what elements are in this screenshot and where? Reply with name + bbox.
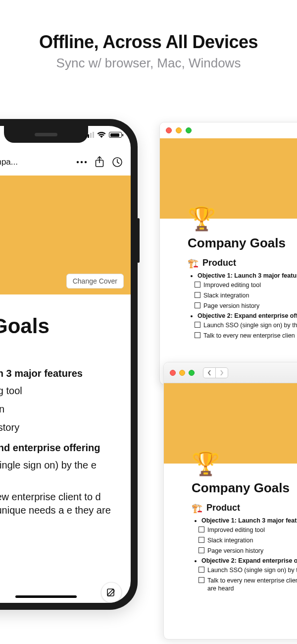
checklist-item-label: Launch SSO (single sign on) by th — [203, 321, 297, 330]
phone-notch — [4, 126, 88, 143]
phone-device-frame: 🏆 Compa... Change Cover y Goals aunch 3 … — [0, 119, 138, 610]
checklist-item[interactable]: Slack integration — [195, 292, 297, 300]
window-titlebar[interactable] — [164, 362, 297, 383]
checklist-item[interactable]: Talk to every new enterprise clien are h… — [198, 577, 297, 593]
checklist-item-label: Talk to every new enterprise clien — [203, 332, 295, 340]
nav-forward-button[interactable] — [215, 367, 228, 378]
svg-rect-3 — [93, 132, 94, 138]
phone-screen: 🏆 Compa... Change Cover y Goals aunch 3 … — [0, 126, 131, 603]
more-menu-button[interactable] — [75, 156, 88, 169]
change-cover-button[interactable]: Change Cover — [66, 274, 124, 289]
list-item[interactable]: ery new enterprise client to d their uni… — [0, 490, 118, 530]
section-heading-label: Product — [206, 503, 240, 513]
compose-icon — [106, 587, 116, 597]
checkbox-icon[interactable] — [198, 537, 204, 543]
page-cover[interactable]: Change Cover — [0, 176, 131, 294]
page-icon-trophy[interactable]: 🏆 — [188, 205, 215, 233]
svg-point-4 — [77, 161, 79, 163]
promo-subheadline: Sync w/ browser, Mac, Windows — [0, 56, 297, 71]
objective-2-heading: Objective 2: Expand enterprise offer — [198, 312, 297, 319]
window-close-button[interactable] — [170, 370, 176, 376]
window-maximize-button[interactable] — [189, 370, 195, 376]
checklist-item-label: Page version history — [203, 302, 259, 310]
window-minimize-button[interactable] — [179, 370, 185, 376]
list-item[interactable]: ion history — [0, 421, 118, 434]
checkbox-icon[interactable] — [195, 282, 200, 288]
checkbox-icon[interactable] — [198, 577, 204, 583]
svg-rect-0 — [85, 136, 87, 138]
checkbox-icon[interactable] — [198, 547, 204, 553]
section-heading-product: 🏗️ Product — [188, 258, 297, 268]
objective-2-heading: Objective 2: Expand enterprise offer — [201, 557, 297, 564]
checklist-item[interactable]: Improved editing tool — [198, 526, 297, 534]
checkbox-icon[interactable] — [195, 322, 200, 328]
checkbox-icon[interactable] — [198, 527, 204, 532]
page-cover[interactable] — [164, 383, 297, 464]
objective-1-heading: Objective 1: Launch 3 major features — [201, 517, 297, 524]
checklist-item[interactable]: Launch SSO (single sign on) by th — [198, 566, 297, 575]
desktop-window-browser: 🏆 Company Goals 🏗️ Product Objective 1: … — [163, 362, 297, 640]
promo-headline: Offline, Across All Devices — [0, 32, 297, 53]
checkbox-icon[interactable] — [195, 302, 200, 308]
list-item[interactable]: editing tool — [0, 384, 118, 398]
checklist-item-label: Slack integration — [207, 536, 253, 545]
checklist-item-label: Improved editing tool — [207, 526, 265, 534]
checklist-item[interactable]: Talk to every new enterprise clien — [195, 332, 297, 340]
svg-point-5 — [81, 161, 83, 163]
battery-icon — [109, 132, 122, 138]
checklist-item[interactable]: Page version history — [198, 547, 297, 555]
phone-side-button — [137, 218, 140, 263]
window-titlebar[interactable] — [160, 122, 297, 138]
window-maximize-button[interactable] — [186, 127, 192, 133]
section-heading-label: Product — [202, 258, 236, 268]
checklist-item[interactable]: Slack integration — [198, 536, 297, 545]
objective-2-heading: Expand enterprise offering — [0, 442, 118, 454]
crane-icon: 🏗️ — [192, 504, 202, 513]
history-button[interactable] — [111, 156, 124, 169]
home-indicator[interactable] — [15, 595, 77, 598]
breadcrumb[interactable]: 🏆 Compa... — [0, 156, 70, 168]
breadcrumb-title: Compa... — [0, 157, 18, 167]
window-minimize-button[interactable] — [176, 127, 182, 133]
checklist-item-label: Page version history — [207, 547, 263, 555]
svg-point-6 — [85, 161, 87, 163]
checkbox-icon[interactable] — [195, 292, 200, 298]
page-cover[interactable] — [160, 138, 297, 219]
window-close-button[interactable] — [166, 127, 172, 133]
checklist-item[interactable]: Page version history — [195, 302, 297, 310]
phone-status-bar — [85, 132, 122, 138]
list-item[interactable]: SO (single sign on) by the e year — [0, 459, 118, 485]
nav-back-button[interactable] — [203, 367, 216, 378]
checklist-item[interactable]: Launch SSO (single sign on) by th — [195, 321, 297, 330]
page-content: y Goals aunch 3 major features editing t… — [0, 314, 131, 603]
compose-button[interactable] — [101, 582, 122, 603]
chevron-right-icon — [220, 370, 224, 376]
svg-rect-1 — [88, 134, 89, 138]
phone-speaker — [35, 133, 57, 136]
checkbox-icon[interactable] — [195, 332, 200, 338]
cellular-icon — [85, 132, 94, 138]
checklist-item-label: Launch SSO (single sign on) by th — [207, 566, 297, 575]
checklist-item[interactable]: Improved editing tool — [195, 281, 297, 290]
page-title: Company Goals — [192, 480, 297, 496]
objective-1-heading: Objective 1: Launch 3 major features — [198, 272, 297, 279]
checkbox-icon[interactable] — [198, 567, 204, 573]
page-icon-trophy[interactable]: 🏆 — [192, 450, 219, 477]
share-button[interactable] — [93, 156, 106, 169]
checklist-item-label: Slack integration — [203, 292, 249, 300]
page-title: Company Goals — [188, 235, 297, 251]
checklist-item-label: Improved editing tool — [203, 281, 261, 290]
nav-buttons — [203, 367, 228, 378]
list-item[interactable]: gration — [0, 403, 118, 416]
desktop-window-mac: 🏆 Company Goals 🏗️ Product Objective 1: … — [159, 122, 297, 385]
page-title: y Goals — [0, 314, 118, 338]
svg-rect-2 — [90, 133, 92, 138]
chevron-left-icon — [207, 370, 211, 376]
page-content: Company Goals 🏗️ Product Objective 1: La… — [160, 235, 297, 351]
wifi-icon — [97, 132, 106, 138]
crane-icon: 🏗️ — [188, 259, 198, 268]
page-content: Company Goals 🏗️ Product Objective 1: La… — [164, 480, 297, 605]
section-heading-product: 🏗️ Product — [192, 503, 297, 513]
checklist-item-label: Talk to every new enterprise clien are h… — [207, 577, 297, 593]
app-header: 🏆 Compa... — [0, 149, 131, 176]
